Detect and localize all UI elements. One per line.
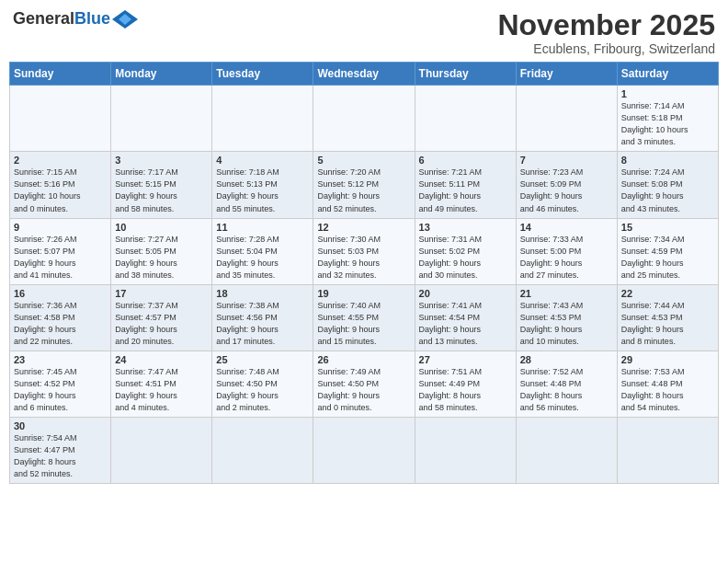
day-info: Sunrise: 7:44 AM Sunset: 4:53 PM Dayligh… — [621, 300, 714, 348]
weekday-header-friday: Friday — [516, 63, 617, 86]
day-number: 17 — [115, 288, 208, 299]
day-info: Sunrise: 7:52 AM Sunset: 4:48 PM Dayligh… — [520, 366, 613, 414]
calendar-day-cell — [212, 86, 313, 152]
calendar-week-row: 9Sunrise: 7:26 AM Sunset: 5:07 PM Daylig… — [10, 218, 719, 284]
calendar-day-cell: 27Sunrise: 7:51 AM Sunset: 4:49 PM Dayli… — [415, 350, 516, 417]
calendar-week-row: 23Sunrise: 7:45 AM Sunset: 4:52 PM Dayli… — [10, 350, 719, 417]
calendar-day-cell: 8Sunrise: 7:24 AM Sunset: 5:08 PM Daylig… — [617, 152, 718, 218]
day-number: 15 — [621, 222, 714, 233]
day-info: Sunrise: 7:34 AM Sunset: 4:59 PM Dayligh… — [621, 234, 714, 282]
calendar-day-cell: 25Sunrise: 7:48 AM Sunset: 4:50 PM Dayli… — [212, 350, 313, 417]
calendar-day-cell: 5Sunrise: 7:20 AM Sunset: 5:12 PM Daylig… — [313, 152, 415, 218]
day-number: 20 — [419, 288, 512, 299]
day-info: Sunrise: 7:45 AM Sunset: 4:52 PM Dayligh… — [14, 366, 107, 414]
calendar-day-cell — [111, 86, 212, 152]
day-info: Sunrise: 7:14 AM Sunset: 5:18 PM Dayligh… — [621, 100, 714, 148]
calendar-day-cell: 11Sunrise: 7:28 AM Sunset: 5:04 PM Dayli… — [212, 218, 313, 284]
day-info: Sunrise: 7:24 AM Sunset: 5:08 PM Dayligh… — [621, 167, 714, 214]
day-number: 8 — [621, 155, 714, 166]
calendar-day-cell: 4Sunrise: 7:18 AM Sunset: 5:13 PM Daylig… — [212, 152, 313, 218]
calendar-day-cell: 13Sunrise: 7:31 AM Sunset: 5:02 PM Dayli… — [415, 218, 516, 284]
calendar-day-cell: 29Sunrise: 7:53 AM Sunset: 4:48 PM Dayli… — [617, 350, 718, 417]
day-info: Sunrise: 7:18 AM Sunset: 5:13 PM Dayligh… — [216, 167, 309, 214]
title-block: November 2025 Ecublens, Fribourg, Switze… — [497, 9, 715, 56]
calendar-day-cell — [313, 86, 415, 152]
day-info: Sunrise: 7:36 AM Sunset: 4:58 PM Dayligh… — [14, 300, 107, 348]
day-number: 27 — [419, 354, 512, 365]
day-info: Sunrise: 7:27 AM Sunset: 5:05 PM Dayligh… — [115, 234, 208, 282]
day-number: 12 — [317, 222, 410, 233]
day-number: 21 — [520, 288, 613, 299]
calendar-day-cell: 1Sunrise: 7:14 AM Sunset: 5:18 PM Daylig… — [617, 86, 718, 152]
day-number: 28 — [520, 354, 613, 365]
day-number: 4 — [216, 155, 309, 166]
day-info: Sunrise: 7:43 AM Sunset: 4:53 PM Dayligh… — [520, 300, 613, 348]
day-number: 1 — [621, 88, 714, 99]
calendar-day-cell: 19Sunrise: 7:40 AM Sunset: 4:55 PM Dayli… — [313, 284, 415, 350]
day-info: Sunrise: 7:37 AM Sunset: 4:57 PM Dayligh… — [115, 300, 208, 348]
day-info: Sunrise: 7:26 AM Sunset: 5:07 PM Dayligh… — [14, 234, 107, 282]
calendar-day-cell: 16Sunrise: 7:36 AM Sunset: 4:58 PM Dayli… — [10, 284, 111, 350]
calendar-day-cell — [111, 418, 212, 484]
weekday-header-tuesday: Tuesday — [212, 63, 313, 86]
calendar-week-row: 30Sunrise: 7:54 AM Sunset: 4:47 PM Dayli… — [10, 418, 719, 484]
calendar-day-cell: 28Sunrise: 7:52 AM Sunset: 4:48 PM Dayli… — [516, 350, 617, 417]
day-number: 23 — [14, 354, 107, 365]
day-info: Sunrise: 7:30 AM Sunset: 5:03 PM Dayligh… — [317, 234, 410, 282]
calendar-day-cell: 22Sunrise: 7:44 AM Sunset: 4:53 PM Dayli… — [617, 284, 718, 350]
day-info: Sunrise: 7:21 AM Sunset: 5:11 PM Dayligh… — [419, 167, 512, 214]
calendar-day-cell — [415, 418, 516, 484]
calendar-day-cell — [212, 418, 313, 484]
day-info: Sunrise: 7:48 AM Sunset: 4:50 PM Dayligh… — [216, 366, 309, 414]
calendar-day-cell — [516, 418, 617, 484]
calendar-day-cell: 2Sunrise: 7:15 AM Sunset: 5:16 PM Daylig… — [10, 152, 111, 218]
calendar-day-cell: 15Sunrise: 7:34 AM Sunset: 4:59 PM Dayli… — [617, 218, 718, 284]
calendar-day-cell: 10Sunrise: 7:27 AM Sunset: 5:05 PM Dayli… — [111, 218, 212, 284]
calendar-day-cell — [516, 86, 617, 152]
day-number: 11 — [216, 222, 309, 233]
calendar-day-cell: 26Sunrise: 7:49 AM Sunset: 4:50 PM Dayli… — [313, 350, 415, 417]
day-number: 9 — [14, 222, 107, 233]
page-header: General Blue November 2025 Ecublens, Fri… — [9, 9, 719, 56]
calendar-day-cell: 23Sunrise: 7:45 AM Sunset: 4:52 PM Dayli… — [10, 350, 111, 417]
calendar-week-row: 2Sunrise: 7:15 AM Sunset: 5:16 PM Daylig… — [10, 152, 719, 218]
day-info: Sunrise: 7:41 AM Sunset: 4:54 PM Dayligh… — [419, 300, 512, 348]
calendar-week-row: 16Sunrise: 7:36 AM Sunset: 4:58 PM Dayli… — [10, 284, 719, 350]
logo-general-text: General — [13, 9, 74, 29]
calendar-day-cell — [617, 418, 718, 484]
calendar-day-cell: 21Sunrise: 7:43 AM Sunset: 4:53 PM Dayli… — [516, 284, 617, 350]
day-info: Sunrise: 7:47 AM Sunset: 4:51 PM Dayligh… — [115, 366, 208, 414]
day-info: Sunrise: 7:15 AM Sunset: 5:16 PM Dayligh… — [14, 167, 107, 214]
day-number: 25 — [216, 354, 309, 365]
location-text: Ecublens, Fribourg, Switzerland — [497, 41, 715, 56]
day-number: 30 — [14, 420, 107, 431]
day-number: 5 — [317, 155, 410, 166]
day-number: 2 — [14, 155, 107, 166]
calendar-week-row: 1Sunrise: 7:14 AM Sunset: 5:18 PM Daylig… — [10, 86, 719, 152]
day-info: Sunrise: 7:40 AM Sunset: 4:55 PM Dayligh… — [317, 300, 410, 348]
weekday-header-row: SundayMondayTuesdayWednesdayThursdayFrid… — [10, 63, 719, 86]
day-number: 13 — [419, 222, 512, 233]
calendar-day-cell: 18Sunrise: 7:38 AM Sunset: 4:56 PM Dayli… — [212, 284, 313, 350]
calendar-day-cell — [415, 86, 516, 152]
calendar-day-cell: 7Sunrise: 7:23 AM Sunset: 5:09 PM Daylig… — [516, 152, 617, 218]
calendar-day-cell — [313, 418, 415, 484]
month-title: November 2025 — [497, 9, 715, 41]
calendar-day-cell: 17Sunrise: 7:37 AM Sunset: 4:57 PM Dayli… — [111, 284, 212, 350]
day-info: Sunrise: 7:49 AM Sunset: 4:50 PM Dayligh… — [317, 366, 410, 414]
day-info: Sunrise: 7:53 AM Sunset: 4:48 PM Dayligh… — [621, 366, 714, 414]
weekday-header-thursday: Thursday — [415, 63, 516, 86]
calendar-day-cell: 24Sunrise: 7:47 AM Sunset: 4:51 PM Dayli… — [111, 350, 212, 417]
day-info: Sunrise: 7:38 AM Sunset: 4:56 PM Dayligh… — [216, 300, 309, 348]
calendar-day-cell: 30Sunrise: 7:54 AM Sunset: 4:47 PM Dayli… — [10, 418, 111, 484]
day-number: 18 — [216, 288, 309, 299]
weekday-header-wednesday: Wednesday — [313, 63, 415, 86]
day-number: 3 — [115, 155, 208, 166]
calendar-day-cell — [10, 86, 111, 152]
weekday-header-saturday: Saturday — [617, 63, 718, 86]
day-number: 14 — [520, 222, 613, 233]
day-number: 10 — [115, 222, 208, 233]
logo-icon — [112, 10, 138, 29]
weekday-header-monday: Monday — [111, 63, 212, 86]
day-info: Sunrise: 7:31 AM Sunset: 5:02 PM Dayligh… — [419, 234, 512, 282]
